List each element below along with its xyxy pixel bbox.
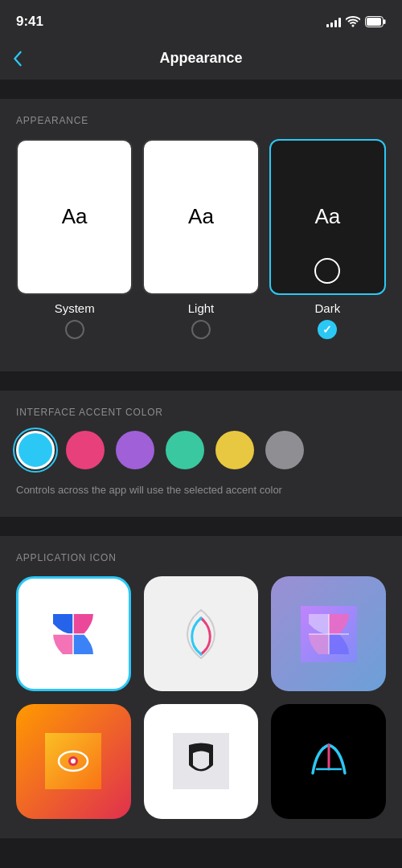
content-area: APPEARANCE Aa System Aa Light — [0, 80, 402, 868]
nav-bar: Appearance — [0, 40, 402, 80]
appearance-card-light-wrapper[interactable]: Aa Light — [142, 139, 259, 339]
svg-point-11 — [71, 759, 76, 764]
craft-icon-6 — [301, 733, 357, 789]
appearance-card-system-wrapper[interactable]: Aa System — [16, 139, 133, 339]
app-icons-grid — [16, 576, 386, 818]
app-icon-4[interactable] — [16, 704, 131, 819]
svg-rect-2 — [384, 19, 386, 24]
accent-section: INTERFACE ACCENT COLOR Controls across t… — [0, 391, 402, 518]
accent-colors-row — [16, 431, 386, 469]
appearance-card-light[interactable]: Aa — [142, 139, 259, 295]
app-icon-item-5[interactable] — [144, 704, 259, 819]
app-icon-5[interactable] — [144, 704, 259, 819]
icon-section-label: APPLICATION ICON — [16, 552, 386, 563]
app-icon-2[interactable] — [144, 576, 259, 691]
battery-icon — [365, 16, 386, 27]
dark-circle-indicator — [314, 258, 340, 284]
app-icon-item-2[interactable] — [144, 576, 259, 691]
app-icon-1[interactable] — [16, 576, 131, 691]
craft-icon-2 — [177, 606, 225, 662]
craft-icon-3 — [301, 606, 357, 662]
status-time: 9:41 — [16, 14, 43, 30]
accent-gray[interactable] — [265, 431, 304, 469]
back-button[interactable] — [13, 51, 23, 67]
app-icon-item-1[interactable] — [16, 576, 131, 691]
appearance-cards: Aa System Aa Light Aa Dark — [16, 139, 386, 339]
svg-rect-1 — [367, 18, 381, 26]
app-icon-item-6[interactable] — [271, 704, 386, 819]
dark-label: Dark — [314, 301, 340, 315]
appearance-card-system[interactable]: Aa — [16, 139, 133, 295]
craft-icon-4 — [45, 733, 101, 789]
app-icon-6[interactable] — [271, 704, 386, 819]
accent-purple[interactable] — [116, 431, 154, 469]
system-radio[interactable] — [65, 320, 84, 339]
craft-icon-1 — [45, 606, 101, 662]
system-aa-text: Aa — [62, 204, 88, 229]
accent-section-label: INTERFACE ACCENT COLOR — [16, 407, 386, 418]
app-icon-item-4[interactable] — [16, 704, 131, 819]
craft-icon-5 — [173, 733, 229, 789]
app-icon-3[interactable] — [271, 576, 386, 691]
appearance-section: APPEARANCE Aa System Aa Light — [0, 99, 402, 371]
appearance-section-label: APPEARANCE — [16, 115, 386, 126]
wifi-icon — [346, 16, 360, 27]
accent-pink[interactable] — [66, 431, 105, 469]
system-label: System — [55, 301, 95, 315]
light-radio[interactable] — [191, 320, 211, 339]
dark-radio[interactable] — [318, 320, 337, 339]
accent-yellow[interactable] — [215, 431, 254, 469]
accent-description: Controls across the app will use the sel… — [16, 482, 386, 498]
accent-teal[interactable] — [166, 431, 204, 469]
dark-aa-text: Aa — [314, 204, 340, 229]
light-label: Light — [188, 301, 215, 315]
signal-icon — [326, 16, 341, 27]
appearance-card-dark-wrapper[interactable]: Aa Dark — [269, 139, 386, 339]
status-bar: 9:41 — [0, 0, 402, 40]
light-aa-text: Aa — [188, 204, 214, 229]
icon-section: APPLICATION ICON — [0, 536, 402, 837]
page-title: Appearance — [159, 50, 242, 67]
appearance-card-dark[interactable]: Aa — [269, 139, 386, 295]
accent-cyan[interactable] — [16, 431, 55, 469]
status-icons — [326, 16, 386, 27]
app-icon-item-3[interactable] — [271, 576, 386, 691]
